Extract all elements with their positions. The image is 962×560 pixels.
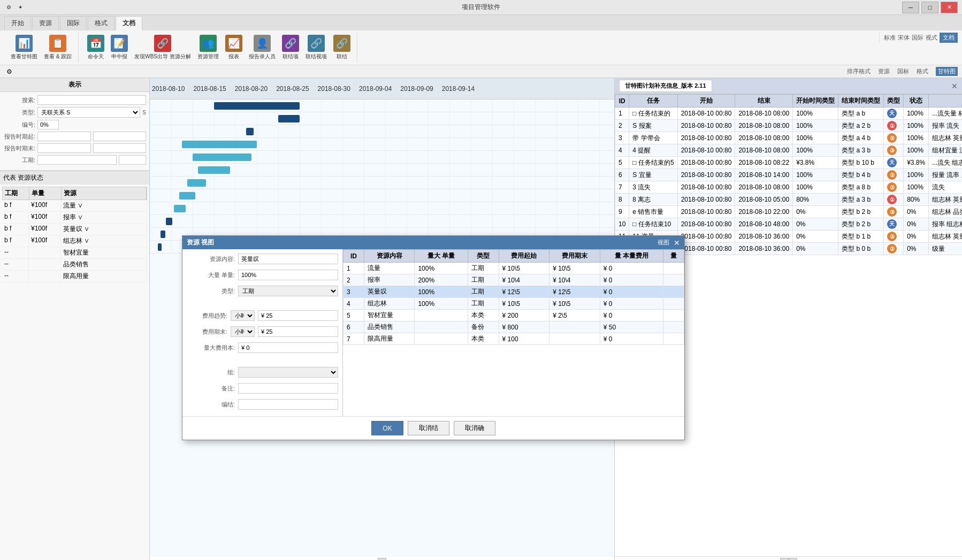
modal-close-button[interactable]: ✕ bbox=[674, 239, 680, 247]
table-row[interactable]: 2 S 报案 2018-08-10 00:80 2018-08-10 08:00… bbox=[615, 120, 963, 132]
scroll-right-left-button[interactable]: ◀ bbox=[780, 558, 789, 560]
modal-table-row[interactable]: 1 流量 100% 工期 ¥ 10\5 ¥ 10\5 ¥ 0 bbox=[343, 263, 684, 274]
list-item[interactable]: b f ¥100f 英量叹 ∨ bbox=[2, 224, 147, 235]
gantt-row[interactable] bbox=[150, 138, 614, 151]
cost-start-unit-select[interactable]: 小时 bbox=[231, 310, 255, 321]
cancel-button[interactable]: 取消结 bbox=[408, 421, 449, 435]
gantt-row[interactable] bbox=[150, 189, 614, 202]
col-type: 类型 bbox=[884, 95, 904, 108]
track-view-button[interactable]: 📋 查看 & 跟踪 bbox=[42, 34, 74, 62]
date-start-time-input[interactable]: 100:0 bbox=[93, 132, 147, 141]
code-input[interactable] bbox=[238, 399, 338, 410]
toolbar-row: ⚙ 排序格式 资源 国标 格式 甘特图 bbox=[0, 65, 962, 78]
right-panel-close-button[interactable]: ✕ bbox=[951, 82, 958, 90]
wbs-button[interactable]: 🔗 发现WBS出导 资源分解 bbox=[132, 34, 193, 62]
group-select[interactable] bbox=[238, 367, 338, 378]
quantity-input[interactable] bbox=[238, 270, 338, 280]
tab-international[interactable]: 国际 bbox=[60, 16, 87, 30]
modal-table-row[interactable]: 6 品类销售 备份 ¥ 800 ¥ 50 bbox=[343, 321, 684, 333]
resource-modal: 资源 视图 视图 ✕ 资源内容: 大量 单量: 类型: 工期 费用趋势: bbox=[182, 235, 685, 440]
tab-resource[interactable]: 资源 bbox=[32, 16, 59, 30]
ribbon-content: 📊 查看甘特图 📋 查看 & 跟踪 📅 命令天 📝 申中报 bbox=[0, 30, 962, 65]
report-button[interactable]: 📝 申中报 bbox=[109, 34, 130, 62]
modal-title: 资源 视图 bbox=[187, 238, 214, 247]
right-panel-header: 甘特图计划补充信息_版本 2.11 ✕ bbox=[615, 78, 962, 94]
type-form-label: 类型: bbox=[187, 287, 235, 295]
table-row[interactable]: 4 4 提醒 2018-08-10 00:80 2018-08-10 08:00… bbox=[615, 144, 963, 157]
toolbar-settings[interactable]: ⚙ bbox=[4, 67, 14, 76]
type-form-select[interactable]: 工期 bbox=[238, 286, 338, 296]
scroll-right-right-button[interactable]: ▶ bbox=[789, 558, 797, 560]
close-button[interactable]: ✕ bbox=[941, 2, 958, 13]
search-label: 搜索: bbox=[3, 96, 35, 104]
date-start-input[interactable]: 2018-08-23 bbox=[37, 132, 91, 141]
gear-icon[interactable]: ⚙ bbox=[4, 3, 13, 12]
type-select[interactable]: 关联关系 S bbox=[37, 107, 140, 118]
report-chart-button[interactable]: 📈 报表 bbox=[223, 34, 245, 62]
table-row[interactable]: 10 □ 任务结束10 2018-08-10 00:80 2018-08-10 … bbox=[615, 218, 963, 231]
ribbon-tabs: 开始 资源 国际 格式 文档 bbox=[0, 15, 962, 30]
cost-end-label: 费用期末: bbox=[187, 328, 227, 336]
modal-table-row[interactable]: 2 报率 200% 工期 ¥ 10\4 ¥ 10\4 ¥ 0 bbox=[343, 274, 684, 286]
list-item[interactable]: b f ¥100f 报率 ∨ bbox=[2, 212, 147, 224]
table-row[interactable]: 8 8 离志 2018-08-10 00:80 2018-08-10 05:00… bbox=[615, 194, 963, 206]
col-status: 状态 bbox=[904, 95, 929, 108]
link-button[interactable]: 🔗 联结 bbox=[331, 34, 353, 62]
link-item-button[interactable]: 🔗 联结项 bbox=[280, 34, 301, 62]
scroll-left-button[interactable]: ◀ bbox=[378, 558, 386, 560]
link-view-button[interactable]: 🔗 联结视项 bbox=[303, 34, 329, 62]
task-list: 工期 单量 资源 b f ¥100f 流量 ∨ b f ¥100f 报率 ∨ b… bbox=[0, 185, 149, 560]
confirm-button[interactable]: 取消确 bbox=[454, 421, 495, 435]
modal-table-row[interactable]: 4 组志林 100% 工期 ¥ 10\5 ¥ 10\5 ¥ 0 bbox=[343, 298, 684, 310]
tab-format[interactable]: 格式 bbox=[88, 16, 114, 30]
gantt-view-button[interactable]: 📊 查看甘特图 bbox=[9, 34, 40, 62]
tab-document[interactable]: 文档 bbox=[116, 16, 142, 30]
resource-input[interactable] bbox=[238, 254, 338, 264]
modal-table-row[interactable]: 3 英量叹 100% 工期 ¥ 12\5 ¥ 12\5 ¥ 0 bbox=[343, 286, 684, 298]
table-row[interactable]: 9 e 销售市量 2018-08-10 00:80 2018-08-10 22:… bbox=[615, 206, 963, 218]
list-item[interactable]: b f ¥100f 流量 ∨ bbox=[2, 200, 147, 212]
cost-start-input[interactable] bbox=[258, 310, 338, 321]
gantt-row[interactable] bbox=[150, 112, 614, 125]
num-input[interactable] bbox=[37, 120, 59, 129]
gantt-row[interactable] bbox=[150, 164, 614, 177]
list-item[interactable]: b f ¥100f 组志林 ∨ bbox=[2, 235, 147, 247]
staff-input-button[interactable]: 👤 报告录人员 bbox=[247, 34, 278, 62]
cost-end-unit-select[interactable]: 小时 bbox=[231, 326, 255, 337]
table-row[interactable]: 5 □ 任务结束的5 2018-08-10 00:80 2018-08-10 0… bbox=[615, 157, 963, 169]
minimize-button[interactable]: ─ bbox=[902, 2, 919, 13]
gantt-row[interactable] bbox=[150, 99, 614, 112]
task-list-header: 工期 单量 资源 bbox=[2, 187, 147, 200]
code-label: 编结: bbox=[187, 401, 235, 409]
right-panel-tab[interactable]: 甘特图计划补充信息_版本 2.11 bbox=[619, 80, 712, 92]
list-item[interactable]: -- 品类销售 bbox=[2, 259, 147, 271]
settings-icon[interactable]: ✦ bbox=[16, 3, 25, 12]
list-item[interactable]: -- 限高用量 bbox=[2, 271, 147, 282]
gantt-row[interactable] bbox=[150, 125, 614, 138]
command-day-button[interactable]: 📅 命令天 bbox=[85, 34, 106, 62]
gantt-row[interactable] bbox=[150, 151, 614, 164]
search-input[interactable] bbox=[37, 95, 146, 105]
table-row[interactable]: 3 带 学带会 2018-08-10 00:80 2018-08-10 08:0… bbox=[615, 132, 963, 144]
table-row[interactable]: 7 3 流失 2018-08-10 00:80 2018-08-10 08:00… bbox=[615, 181, 963, 194]
date-end-time-input[interactable]: 100:0 bbox=[93, 143, 147, 153]
maximize-button[interactable]: □ bbox=[921, 2, 938, 13]
modal-table-row[interactable]: 5 智材宜量 本类 ¥ 200 ¥ 2\5 ¥ 0 bbox=[343, 310, 684, 321]
table-row[interactable]: 6 S 宜量 2018-08-10 00:80 2018-08-10 14:00… bbox=[615, 169, 963, 181]
gantt-row[interactable] bbox=[150, 177, 614, 189]
col-resource: 资源 bbox=[62, 187, 147, 200]
ok-button[interactable]: OK bbox=[371, 421, 403, 435]
worker-unit-input[interactable]: 1 bbox=[119, 155, 146, 165]
resource-mgmt-button[interactable]: 👥 资源管理 bbox=[195, 34, 221, 62]
tab-start[interactable]: 开始 bbox=[4, 16, 31, 30]
date-end-input[interactable]: 2018-08-23 bbox=[37, 143, 91, 153]
list-item[interactable]: -- 智材宜量 bbox=[2, 247, 147, 259]
gantt-row[interactable] bbox=[150, 215, 614, 228]
modal-table-row[interactable]: 7 限高用量 本类 ¥ 100 ¥ 0 bbox=[343, 333, 684, 345]
gantt-row[interactable] bbox=[150, 202, 614, 215]
table-row[interactable]: 1 □ 任务结束的 2018-08-10 00:80 2018-08-10 08… bbox=[615, 108, 963, 120]
total-cost-input[interactable] bbox=[238, 342, 338, 353]
worker-value-input[interactable]: 日工工 bbox=[37, 155, 117, 165]
cost-end-input[interactable] bbox=[258, 326, 338, 337]
notes-input[interactable] bbox=[238, 383, 338, 394]
